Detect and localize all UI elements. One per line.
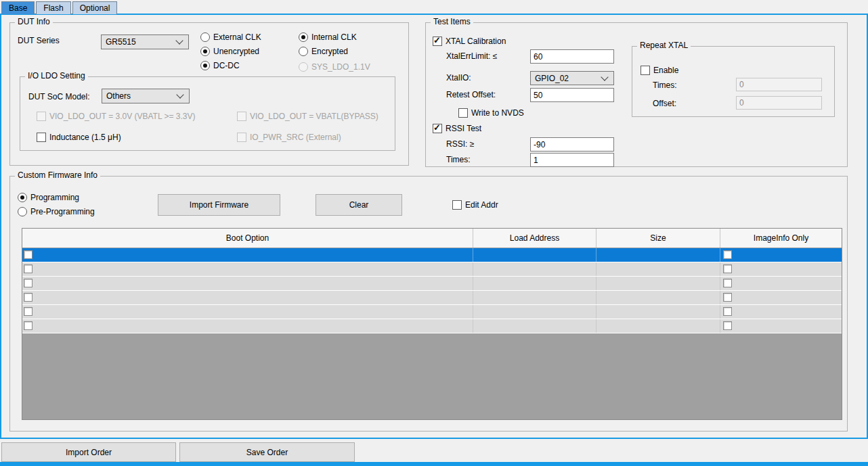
checkbox-box-icon [458, 108, 468, 118]
retest-offset-input[interactable] [530, 88, 614, 102]
radio-label: Unencrypted [213, 47, 259, 56]
repeat-xtal-title: Repeat XTAL [637, 41, 691, 50]
checkbox-label: XTAL Calibration [446, 37, 506, 46]
custom-firmware-group: Custom Firmware Info Programming Pre-Pro… [9, 176, 848, 432]
cell-load-address [473, 319, 596, 333]
imageinfo-checkbox[interactable] [723, 321, 732, 330]
dut-soc-model-value: Others [106, 91, 131, 101]
rssi-input[interactable] [530, 137, 614, 152]
table-row[interactable] [22, 262, 842, 277]
column-header-size: Size [596, 229, 720, 248]
cell-size [596, 291, 720, 304]
rssi-label: RSSI: ≥ [446, 139, 474, 149]
checkbox-inductance[interactable]: Inductance (1.5 μH) [37, 133, 121, 142]
checkbox-label: VIO_LDO_OUT = 3.0V (VBATL >= 3.3V) [49, 112, 196, 121]
row-select-checkbox[interactable] [24, 321, 32, 330]
radio-label: Programming [30, 193, 79, 202]
cell-imageinfo [720, 291, 842, 304]
radio-label: DC-DC [213, 61, 240, 70]
radio-external-clk[interactable]: External CLK [200, 32, 261, 42]
cell-boot-option [22, 305, 473, 319]
table-body [22, 248, 842, 333]
imageinfo-checkbox[interactable] [723, 279, 732, 287]
cell-boot-option [22, 248, 473, 262]
checkbox-xtal-calibration[interactable]: XTAL Calibration [433, 37, 506, 46]
imageinfo-checkbox[interactable] [723, 250, 732, 259]
times-input[interactable] [530, 153, 614, 167]
table-row[interactable] [22, 305, 842, 319]
cell-imageinfo [720, 319, 842, 333]
radio-pre-programming[interactable]: Pre-Programming [18, 207, 95, 216]
column-header-imageinfo-only: ImageInfo Only [720, 229, 842, 248]
checkbox-rssi-test[interactable]: RSSI Test [433, 124, 481, 133]
imageinfo-checkbox[interactable] [723, 293, 732, 302]
radio-unencrypted[interactable]: Unencrypted [200, 47, 259, 56]
dut-series-combobox[interactable]: GR5515 [101, 34, 189, 49]
cell-load-address [473, 262, 596, 276]
checkbox-vio-ldo-out-3v: VIO_LDO_OUT = 3.0V (VBATL >= 3.3V) [37, 112, 196, 121]
checkbox-io-pwr-src: IO_PWR_SRC (External) [237, 133, 341, 142]
cell-imageinfo [720, 277, 842, 290]
window-bottom-accent-bar [0, 462, 868, 466]
chevron-down-icon [176, 91, 183, 98]
repeat-times-input [736, 78, 822, 91]
table-row[interactable] [22, 277, 842, 291]
checkbox-edit-addr[interactable]: Edit Addr [452, 200, 498, 210]
checkbox-repeat-xtal-enable[interactable]: Enable [641, 66, 678, 75]
radio-internal-clk[interactable]: Internal CLK [299, 32, 357, 42]
xtal-err-limit-label: XtalErrLimit: ≤ [446, 51, 497, 61]
checkbox-label: RSSI Test [446, 124, 481, 133]
tab-optional[interactable]: Optional [72, 1, 118, 14]
imageinfo-checkbox[interactable] [723, 264, 732, 273]
dut-series-label: DUT Series [18, 36, 60, 45]
radio-circle-icon [299, 47, 308, 56]
cell-size [596, 277, 720, 290]
radio-sys-ldo: SYS_LDO_1.1V [299, 62, 370, 72]
row-select-checkbox[interactable] [24, 279, 32, 287]
row-select-checkbox[interactable] [24, 264, 32, 273]
repeat-xtal-group: Repeat XTAL Enable Times: Offset: [632, 46, 835, 117]
checkbox-write-to-nvds[interactable]: Write to NVDS [458, 108, 524, 118]
radio-programming[interactable]: Programming [18, 193, 79, 202]
dut-soc-model-label: DUT SoC Model: [28, 92, 89, 101]
checkbox-box-icon [37, 133, 46, 142]
row-select-checkbox[interactable] [24, 250, 32, 259]
clear-button[interactable]: Clear [316, 194, 402, 216]
tab-base[interactable]: Base [1, 1, 35, 14]
xtal-err-limit-input[interactable] [530, 49, 614, 64]
radio-dc-dc[interactable]: DC-DC [200, 61, 240, 70]
repeat-times-label: Times: [653, 80, 677, 90]
cell-load-address [473, 291, 596, 304]
checkbox-vio-ldo-out-bypass: VIO_LDO_OUT = VBATL(BYPASS) [237, 112, 378, 121]
table-row[interactable] [22, 319, 842, 333]
table-row[interactable] [22, 291, 842, 305]
dut-soc-model-combobox[interactable]: Others [102, 89, 190, 103]
row-select-checkbox[interactable] [24, 307, 32, 316]
column-header-load-address: Load Address [473, 229, 596, 248]
radio-circle-icon [200, 61, 210, 70]
import-order-button[interactable]: Import Order [1, 442, 176, 462]
checkbox-label: Edit Addr [465, 200, 498, 210]
imageinfo-checkbox[interactable] [723, 307, 732, 316]
test-items-title: Test Items [431, 17, 473, 26]
row-select-checkbox[interactable] [24, 293, 32, 302]
checkbox-box-icon [641, 66, 650, 75]
radio-label: Pre-Programming [30, 207, 95, 216]
save-order-button[interactable]: Save Order [179, 442, 355, 462]
radio-circle-icon [18, 207, 27, 216]
tab-flash[interactable]: Flash [36, 1, 70, 14]
checkbox-box-icon [237, 112, 246, 121]
test-items-group: Test Items XTAL Calibration XtalErrLimit… [425, 22, 848, 167]
radio-label: Internal CLK [311, 32, 357, 42]
table-row[interactable] [22, 248, 842, 262]
import-firmware-button[interactable]: Import Firmware [158, 194, 280, 216]
times-label: Times: [446, 155, 471, 164]
radio-circle-icon [200, 47, 210, 56]
cell-boot-option [22, 291, 473, 304]
chevron-down-icon [175, 37, 183, 44]
cell-imageinfo [720, 305, 842, 319]
radio-encrypted[interactable]: Encrypted [299, 47, 348, 56]
cell-load-address [473, 277, 596, 290]
cell-load-address [473, 248, 596, 262]
xtal-io-combobox[interactable]: GPIO_02 [530, 71, 614, 85]
